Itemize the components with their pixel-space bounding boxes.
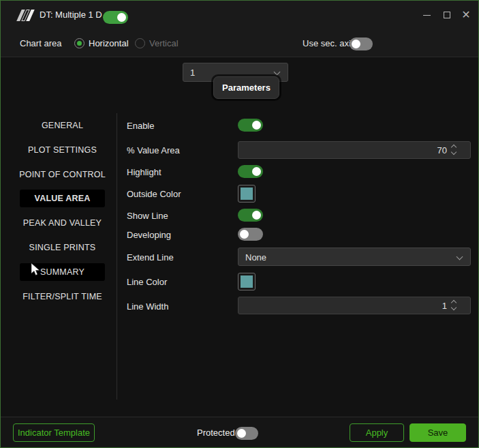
line-color-fill: [241, 275, 253, 288]
developing-toggle[interactable]: [238, 228, 263, 241]
outside-color-swatch[interactable]: [238, 185, 256, 203]
sidebar-item-plot-settings[interactable]: PLOT SETTINGS: [20, 141, 105, 159]
sidebar-divider: [117, 113, 117, 400]
indicator-enabled-toggle[interactable]: [103, 11, 128, 24]
chart-area-select-value: 1: [190, 63, 195, 83]
footer-bar: Indicator Template Protected Apply Save: [1, 417, 478, 448]
app-logo-icon: [18, 10, 35, 21]
title-bar: DT: Multiple 1 D ✕: [1, 1, 478, 29]
highlight-toggle[interactable]: [238, 165, 263, 178]
line-color-swatch[interactable]: [238, 273, 256, 290]
outside-color-label: Outside Color: [127, 189, 181, 199]
orientation-vertical-radio[interactable]: [135, 38, 145, 48]
indicator-settings-window: DT: Multiple 1 D ✕ Chart area Horizontal…: [0, 0, 479, 448]
chart-area-label: Chart area: [20, 29, 61, 57]
minimize-button[interactable]: [416, 1, 437, 29]
minimize-icon: [423, 15, 431, 16]
extend-line-label: Extend Line: [127, 252, 174, 263]
chevron-down-icon: [274, 69, 281, 76]
sidebar-item-single-prints[interactable]: SINGLE PRINTS: [20, 239, 105, 256]
sec-axis-toggle[interactable]: [350, 38, 373, 50]
value-area-input[interactable]: [238, 141, 471, 159]
sidebar-item-point-of-control[interactable]: POINT OF CONTROL: [20, 166, 105, 183]
line-color-label: Line Color: [127, 277, 167, 287]
orientation-vertical-label[interactable]: Vertical: [149, 29, 179, 57]
indicator-template-button[interactable]: Indicator Template: [13, 423, 95, 442]
sidebar-item-summary[interactable]: SUMMARY: [20, 263, 105, 281]
show-line-label: Show Line: [127, 211, 168, 221]
sec-axis-label: Use sec. axis: [303, 29, 355, 57]
chart-area-row: Chart area Horizontal Vertical 1 Use sec…: [1, 29, 478, 57]
close-icon: ✕: [461, 10, 470, 20]
orientation-horizontal-radio[interactable]: [74, 38, 84, 48]
protected-label: Protected: [197, 417, 235, 448]
sidebar-item-value-area[interactable]: VALUE AREA: [20, 190, 105, 207]
extend-line-value: None: [245, 248, 266, 267]
value-area-label: % Value Area: [127, 145, 180, 155]
save-button[interactable]: Save: [410, 423, 466, 442]
spinner-down-icon: [451, 305, 457, 310]
chevron-down-icon: [457, 254, 463, 260]
sidebar-item-filter-split-time[interactable]: FILTER/SPLIT TIME: [20, 288, 105, 305]
tab-parameters[interactable]: Parameters: [213, 76, 279, 99]
sidebar-item-peak-and-valley[interactable]: PEAK AND VALLEY: [20, 214, 105, 232]
extend-line-select[interactable]: None: [238, 248, 471, 266]
enable-label: Enable: [127, 121, 154, 131]
orientation-horizontal-label[interactable]: Horizontal: [89, 29, 129, 57]
sidebar-item-general[interactable]: GENERAL: [20, 117, 105, 134]
show-line-toggle[interactable]: [238, 209, 263, 222]
maximize-button[interactable]: [437, 1, 457, 29]
window-title: DT: Multiple 1 D: [40, 1, 102, 29]
highlight-label: Highlight: [127, 167, 161, 177]
spinner-down-icon: [451, 149, 457, 155]
close-button[interactable]: ✕: [456, 1, 476, 29]
line-width-label: Line Width: [127, 301, 168, 312]
line-width-input[interactable]: [238, 297, 471, 314]
value-area-spinner[interactable]: [448, 141, 461, 159]
line-width-spinner[interactable]: [448, 297, 461, 314]
developing-label: Developing: [127, 230, 171, 240]
apply-button[interactable]: Apply: [350, 423, 404, 442]
protected-toggle[interactable]: [235, 427, 258, 440]
enable-toggle[interactable]: [238, 119, 263, 132]
outside-color-fill: [241, 188, 253, 200]
maximize-icon: [444, 12, 450, 18]
